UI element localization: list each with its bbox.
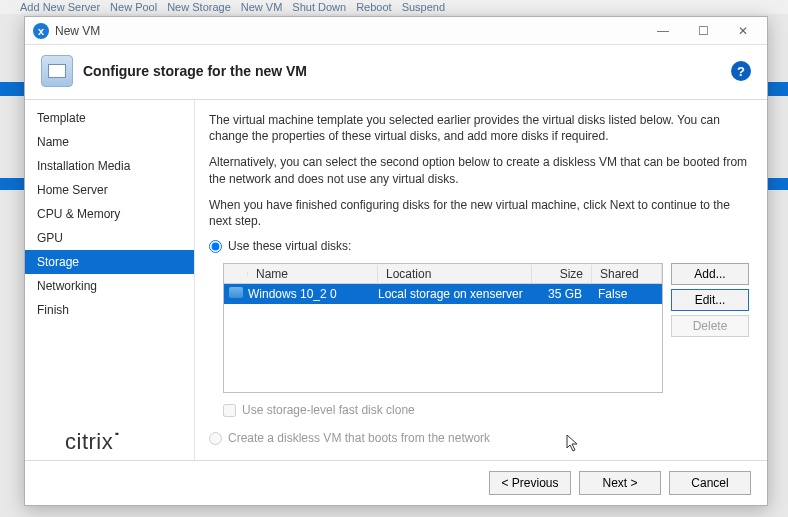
radio-diskless-vm-label: Create a diskless VM that boots from the…: [228, 431, 490, 445]
checkbox-fast-disk-clone: Use storage-level fast disk clone: [223, 403, 749, 417]
storage-header-icon: [41, 55, 73, 87]
intro-text-1: The virtual machine template you selecte…: [209, 112, 749, 144]
table-row[interactable]: Windows 10_2 0 Local storage on xenserve…: [224, 284, 662, 304]
col-header-size[interactable]: Size: [532, 265, 592, 283]
sidebar-item-name[interactable]: Name: [25, 130, 194, 154]
next-button[interactable]: Next >: [579, 471, 661, 495]
cancel-button[interactable]: Cancel: [669, 471, 751, 495]
intro-text-2: Alternatively, you can select the second…: [209, 154, 749, 186]
titlebar: x New VM — ☐ ✕: [25, 17, 767, 45]
bg-tool-item: Add New Server: [20, 0, 100, 14]
dialog-header: Configure storage for the new VM ?: [25, 45, 767, 100]
radio-use-virtual-disks[interactable]: Use these virtual disks:: [209, 239, 749, 253]
bg-tool-item: New Pool: [110, 0, 157, 14]
help-icon[interactable]: ?: [731, 61, 751, 81]
sidebar-item-template[interactable]: Template: [25, 106, 194, 130]
new-vm-dialog: x New VM — ☐ ✕ Configure storage for the…: [24, 16, 768, 506]
disk-icon: [229, 287, 243, 298]
sidebar-item-gpu[interactable]: GPU: [25, 226, 194, 250]
cell-shared: False: [592, 287, 662, 301]
sidebar-item-finish[interactable]: Finish: [25, 298, 194, 322]
sidebar-item-cpu-memory[interactable]: CPU & Memory: [25, 202, 194, 226]
col-header-shared[interactable]: Shared: [592, 265, 662, 283]
close-button[interactable]: ✕: [723, 18, 763, 44]
bg-tool-item: New VM: [241, 0, 283, 14]
bg-tool-item: Reboot: [356, 0, 391, 14]
add-disk-button[interactable]: Add...: [671, 263, 749, 285]
sidebar-item-networking[interactable]: Networking: [25, 274, 194, 298]
content-pane: The virtual machine template you selecte…: [195, 100, 767, 460]
intro-text-3: When you have finished configuring disks…: [209, 197, 749, 229]
radio-diskless-vm-input: [209, 432, 222, 445]
page-heading: Configure storage for the new VM: [83, 63, 307, 79]
checkbox-fast-disk-clone-input: [223, 404, 236, 417]
citrix-brand: citrix˙: [65, 429, 121, 455]
cell-size: 35 GB: [532, 287, 592, 301]
radio-use-virtual-disks-input[interactable]: [209, 240, 222, 253]
radio-use-virtual-disks-label: Use these virtual disks:: [228, 239, 351, 253]
edit-disk-button[interactable]: Edit...: [671, 289, 749, 311]
window-title: New VM: [55, 24, 100, 38]
cell-name: Windows 10_2 0: [248, 287, 378, 301]
radio-diskless-vm: Create a diskless VM that boots from the…: [209, 431, 749, 445]
checkbox-fast-disk-clone-label: Use storage-level fast disk clone: [242, 403, 415, 417]
minimize-button[interactable]: —: [643, 18, 683, 44]
sidebar-item-home-server[interactable]: Home Server: [25, 178, 194, 202]
bg-tool-item: Shut Down: [292, 0, 346, 14]
col-header-location[interactable]: Location: [378, 265, 532, 283]
dialog-footer: < Previous Next > Cancel: [25, 460, 767, 505]
virtual-disks-table: Name Location Size Shared Windows 10_2 0…: [223, 263, 663, 393]
previous-button[interactable]: < Previous: [489, 471, 571, 495]
bg-tool-item: New Storage: [167, 0, 231, 14]
maximize-button[interactable]: ☐: [683, 18, 723, 44]
table-header: Name Location Size Shared: [224, 264, 662, 284]
wizard-sidebar: Template Name Installation Media Home Se…: [25, 100, 195, 460]
sidebar-item-installation-media[interactable]: Installation Media: [25, 154, 194, 178]
delete-disk-button: Delete: [671, 315, 749, 337]
app-icon: x: [33, 23, 49, 39]
bg-tool-item: Suspend: [402, 0, 445, 14]
background-toolbar: Add New Server New Pool New Storage New …: [0, 0, 788, 14]
cell-location: Local storage on xenserver: [378, 287, 532, 301]
col-header-name[interactable]: Name: [248, 265, 378, 283]
sidebar-item-storage[interactable]: Storage: [25, 250, 194, 274]
